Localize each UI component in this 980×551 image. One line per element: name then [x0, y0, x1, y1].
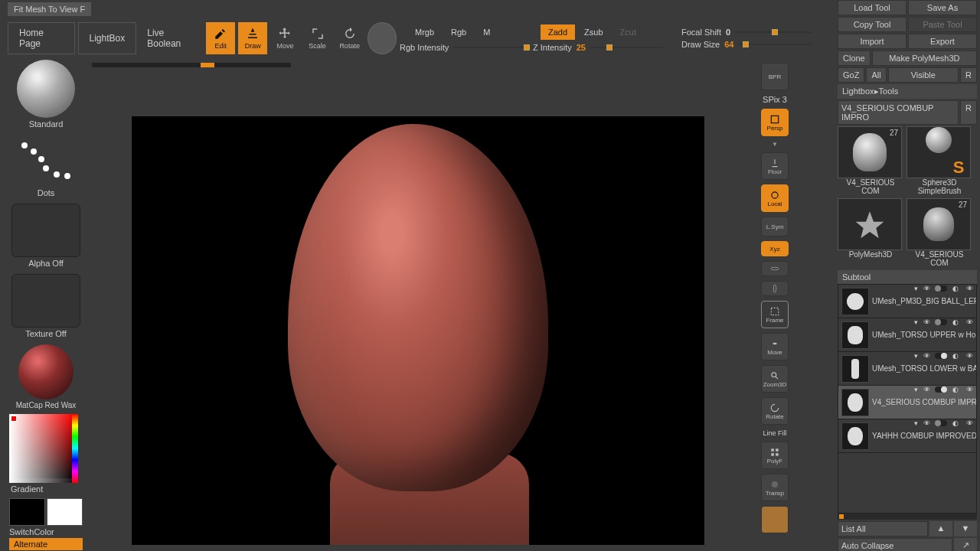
move-down-button[interactable]: ▼ [954, 521, 977, 536]
rot-x-icon[interactable] [761, 281, 789, 296]
transp-label: Transp [766, 490, 785, 497]
tool-thumb-1[interactable]: 27 V4_SERIOUS COM [838, 126, 903, 195]
tool-thumb-2[interactable]: S Sphere3D SimpleBrush [906, 126, 972, 195]
rotate-tool[interactable]: Rotate [335, 22, 364, 54]
load-tool-button[interactable]: Load Tool [838, 0, 906, 15]
local-button[interactable]: Local [761, 184, 789, 212]
tooltip-hint: Fit Mesh To View F [8, 2, 91, 16]
goz-button[interactable]: GoZ [838, 67, 864, 83]
rgb-mode[interactable]: Rgb [443, 24, 474, 40]
tool-label-2b: SimpleBrush [906, 187, 972, 195]
rotate-view-button[interactable]: Rotate [761, 397, 789, 425]
goz-visible-button[interactable]: Visible [888, 67, 959, 83]
eye-icon[interactable]: 👁 [964, 285, 975, 292]
scale-tool[interactable]: Scale [302, 22, 332, 54]
lightbox-tools-button[interactable]: Lightbox▸Tools [838, 84, 977, 99]
lsym-button[interactable]: L.Sym [761, 217, 789, 236]
scrollbar-handle[interactable] [839, 514, 844, 519]
floor-button[interactable]: Floor [761, 152, 789, 180]
gizmo-button[interactable] [368, 22, 397, 54]
eye-icon[interactable]: 👁 [921, 285, 932, 292]
copy-tool-button[interactable]: Copy Tool [838, 17, 906, 32]
subtool-header[interactable]: Subtool [838, 270, 977, 284]
viewport-3d[interactable] [132, 116, 704, 545]
texture-selector[interactable]: Texture Off [9, 272, 83, 341]
mrgb-mode[interactable]: Mrgb [407, 24, 442, 40]
export-button[interactable]: Export [908, 34, 977, 49]
polyf-button[interactable]: PolyF [761, 442, 789, 469]
material-selector[interactable]: MatCap Red Wax [9, 343, 83, 412]
zadd-mode[interactable]: Zadd [541, 24, 575, 40]
svg-point-10 [772, 481, 778, 487]
current-tool-name[interactable]: V4_SERIOUS COMBUP IMPRO [838, 100, 959, 125]
zoom3d-button[interactable]: Zoom3D [761, 365, 789, 393]
tool-thumb-3[interactable]: PolyMesh3D [838, 198, 903, 267]
z-intensity-slider[interactable] [590, 47, 663, 48]
draw-size-slider[interactable] [738, 44, 812, 45]
swatch-white[interactable] [47, 498, 83, 526]
edit-label: Edit [214, 42, 227, 50]
alternate-button[interactable]: Alternate [9, 538, 83, 550]
switchcolor-button[interactable]: SwitchColor [9, 527, 83, 536]
zcut-mode[interactable]: Zcut [612, 24, 644, 40]
tool-count-2: 27 [959, 201, 967, 209]
subtool-toggle[interactable] [935, 285, 947, 292]
collapse-arrow[interactable]: ↗ [954, 538, 977, 551]
subtool-item[interactable]: ▾👁◐👁 UMesh_PM3D_BIG BALL_LEFT [838, 285, 976, 318]
m-mode[interactable]: M [475, 24, 498, 40]
chevron-down-icon[interactable]: ▾ [914, 285, 918, 292]
stroke-selector[interactable]: Dots [9, 133, 83, 201]
xyz-button[interactable]: Xyz [761, 241, 789, 256]
viewport-controls: BPR SPix 3 Persp ▼ Floor Local L.Sym Xyz… [758, 63, 792, 533]
make-polymesh-button[interactable]: Make PolyMesh3D [872, 51, 977, 66]
subtool-item[interactable]: ▾👁◐👁 YAHHH COMBUP IMPROVED E [838, 419, 976, 453]
canvas-area [92, 63, 789, 551]
save-as-button[interactable]: Save As [908, 0, 977, 15]
move-view-button[interactable]: Move [761, 333, 789, 360]
zsub-mode[interactable]: Zsub [577, 24, 610, 40]
tool-thumb-4[interactable]: 27 V4_SERIOUS COM [906, 198, 972, 267]
texture-label: Texture Off [9, 328, 83, 341]
edit-tool[interactable]: Edit [206, 22, 235, 54]
subtool-name: UMesh_PM3D_BIG BALL_LEFT [869, 297, 976, 305]
brush-selector[interactable]: Standard [9, 58, 83, 132]
frame-button[interactable]: Frame [761, 301, 789, 328]
move-tool[interactable]: Move [270, 22, 299, 54]
paste-tool-button[interactable]: Paste Tool [908, 17, 977, 32]
tool-label-1: V4_SERIOUS COM [838, 178, 903, 195]
rgb-intensity-slider[interactable] [453, 47, 530, 48]
subtool-item-selected[interactable]: ▾👁◐👁 V4_SERIOUS COMBUP IMPROV [838, 386, 976, 419]
xyz-label: Xyz [769, 246, 779, 253]
subtool-item[interactable]: ▾👁◐👁 UMesh_TORSO LOWER w BALL [838, 352, 976, 386]
move-label: Move [276, 42, 293, 50]
swatch-black[interactable] [9, 498, 45, 526]
svg-point-2 [771, 267, 779, 270]
transp-button[interactable]: Transp [761, 474, 789, 501]
svg-rect-7 [776, 448, 779, 452]
live-boolean-button[interactable]: Live Boolean [139, 22, 203, 54]
import-button[interactable]: Import [838, 34, 906, 49]
goz-all-button[interactable]: All [866, 67, 886, 83]
rot-y-icon[interactable] [761, 261, 789, 276]
persp-button[interactable]: Persp [761, 109, 789, 136]
lightbox-button[interactable]: LightBox [78, 22, 137, 54]
move-up-button[interactable]: ▲ [929, 521, 952, 536]
color-picker[interactable]: Gradient [9, 414, 83, 497]
auto-collapse-button[interactable]: Auto Collapse [838, 538, 952, 551]
timeline-bar[interactable] [92, 63, 291, 67]
goz-r-button[interactable]: R [960, 67, 977, 83]
bpr-button[interactable]: BPR [761, 63, 789, 90]
tool-label-2a: Sphere3D [906, 178, 972, 187]
list-all-button[interactable]: List All [838, 521, 928, 536]
focal-shift-slider[interactable] [735, 31, 812, 33]
tool-r-button[interactable]: R [960, 100, 977, 125]
clone-button[interactable]: Clone [838, 51, 871, 66]
svg-point-5 [772, 372, 776, 377]
alpha-selector[interactable]: Alpha Off [9, 202, 83, 271]
ghost-button[interactable] [761, 506, 789, 533]
subtool-item[interactable]: ▾👁◐👁 UMesh_TORSO UPPER w Hole 1 [838, 318, 976, 352]
home-page-button[interactable]: Home Page [8, 22, 75, 54]
svg-rect-9 [776, 453, 779, 456]
linefill-label: Line Fill [763, 429, 786, 437]
draw-tool[interactable]: Draw [238, 22, 267, 54]
